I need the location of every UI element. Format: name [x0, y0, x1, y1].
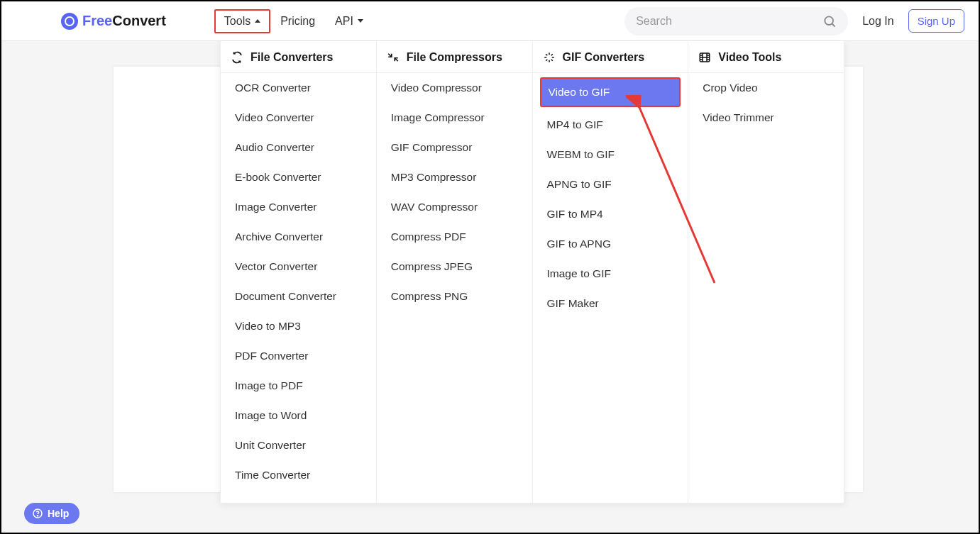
compressors-icon	[387, 51, 400, 64]
svg-line-9	[551, 60, 552, 61]
tools-dropdown: File Converters OCR Converter Video Conv…	[220, 41, 844, 504]
menu-item-compress-png[interactable]: Compress PNG	[377, 282, 532, 311]
logo[interactable]: FreeConvert	[61, 13, 166, 30]
menu-item-image-compressor[interactable]: Image Compressor	[377, 103, 532, 133]
menu-item-audio-converter[interactable]: Audio Converter	[221, 133, 376, 162]
menu-item-image-to-pdf[interactable]: Image to PDF	[221, 371, 376, 401]
menu-item-mp3-compressor[interactable]: MP3 Compressor	[377, 162, 532, 192]
menu-item-compress-pdf[interactable]: Compress PDF	[377, 222, 532, 252]
column-header-converters: File Converters	[221, 41, 376, 73]
menu-item-gif-maker[interactable]: GIF Maker	[533, 289, 688, 318]
menu-item-webm-to-gif[interactable]: WEBM to GIF	[533, 140, 688, 169]
search-input[interactable]	[636, 15, 822, 28]
help-icon	[32, 508, 43, 519]
menu-item-vector-converter[interactable]: Vector Converter	[221, 252, 376, 282]
menu-item-ocr-converter[interactable]: OCR Converter	[221, 73, 376, 103]
svg-line-1	[832, 23, 835, 26]
menu-item-apng-to-gif[interactable]: APNG to GIF	[533, 169, 688, 199]
menu-item-time-converter[interactable]: Time Converter	[221, 460, 376, 490]
main-nav: Tools Pricing API	[214, 9, 373, 33]
menu-item-crop-video[interactable]: Crop Video	[688, 73, 844, 103]
column-header-video: Video Tools	[688, 41, 844, 73]
nav-tools[interactable]: Tools	[214, 9, 270, 33]
menu-item-unit-converter[interactable]: Unit Converter	[221, 430, 376, 460]
nav-pricing[interactable]: Pricing	[270, 9, 325, 33]
login-link[interactable]: Log In	[862, 15, 893, 28]
search-box[interactable]	[624, 7, 848, 35]
menu-item-wav-compressor[interactable]: WAV Compressor	[377, 192, 532, 222]
menu-item-video-trimmer[interactable]: Video Trimmer	[688, 103, 844, 133]
column-header-compressors: File Compressors	[377, 41, 532, 73]
nav-api[interactable]: API	[325, 9, 373, 33]
logo-icon	[61, 13, 78, 30]
menu-item-image-to-word[interactable]: Image to Word	[221, 401, 376, 430]
menu-item-video-converter[interactable]: Video Converter	[221, 103, 376, 133]
menu-item-video-to-gif[interactable]: Video to GIF	[540, 77, 681, 107]
header: FreeConvert Tools Pricing API Log In Sig…	[1, 1, 979, 41]
svg-line-10	[546, 60, 547, 61]
menu-item-image-converter[interactable]: Image Converter	[221, 192, 376, 222]
menu-item-video-compressor[interactable]: Video Compressor	[377, 73, 532, 103]
logo-text: FreeConvert	[82, 13, 166, 29]
svg-point-23	[37, 516, 38, 516]
menu-column-compressors: File Compressors Video Compressor Image …	[377, 41, 533, 503]
chevron-up-icon	[255, 19, 260, 23]
menu-item-gif-compressor[interactable]: GIF Compressor	[377, 133, 532, 162]
menu-item-document-converter[interactable]: Document Converter	[221, 282, 376, 311]
nav-pricing-label: Pricing	[280, 15, 315, 28]
menu-item-image-to-gif[interactable]: Image to GIF	[533, 259, 688, 289]
column-title: GIF Converters	[563, 51, 645, 64]
menu-item-mp4-to-gif[interactable]: MP4 to GIF	[533, 110, 688, 140]
nav-tools-label: Tools	[224, 15, 250, 28]
svg-line-11	[551, 54, 552, 55]
menu-item-gif-to-apng[interactable]: GIF to APNG	[533, 229, 688, 259]
menu-item-gif-to-mp4[interactable]: GIF to MP4	[533, 199, 688, 229]
menu-item-compress-jpeg[interactable]: Compress JPEG	[377, 252, 532, 282]
chevron-down-icon	[358, 19, 363, 23]
menu-column-gif: GIF Converters Video to GIF MP4 to GIF W…	[533, 41, 689, 503]
column-title: File Converters	[250, 51, 333, 64]
column-title: Video Tools	[718, 51, 781, 64]
signup-button[interactable]: Sign Up	[908, 9, 964, 33]
menu-item-archive-converter[interactable]: Archive Converter	[221, 222, 376, 252]
svg-line-8	[546, 54, 547, 55]
help-widget[interactable]: Help	[24, 503, 79, 524]
menu-column-video: Video Tools Crop Video Video Trimmer	[688, 41, 844, 503]
menu-item-pdf-converter[interactable]: PDF Converter	[221, 341, 376, 371]
gif-icon	[543, 51, 556, 64]
column-title: File Compressors	[407, 51, 502, 64]
column-header-gif: GIF Converters	[533, 41, 688, 73]
video-tools-icon	[698, 51, 711, 64]
svg-point-0	[825, 16, 833, 25]
menu-item-ebook-converter[interactable]: E-book Converter	[221, 162, 376, 192]
nav-api-label: API	[335, 15, 353, 28]
search-icon	[822, 14, 837, 28]
menu-item-video-to-mp3[interactable]: Video to MP3	[221, 311, 376, 341]
header-right: Log In Sign Up	[624, 7, 964, 35]
menu-column-converters: File Converters OCR Converter Video Conv…	[221, 41, 377, 503]
help-label: Help	[48, 508, 69, 519]
converters-icon	[231, 51, 243, 64]
